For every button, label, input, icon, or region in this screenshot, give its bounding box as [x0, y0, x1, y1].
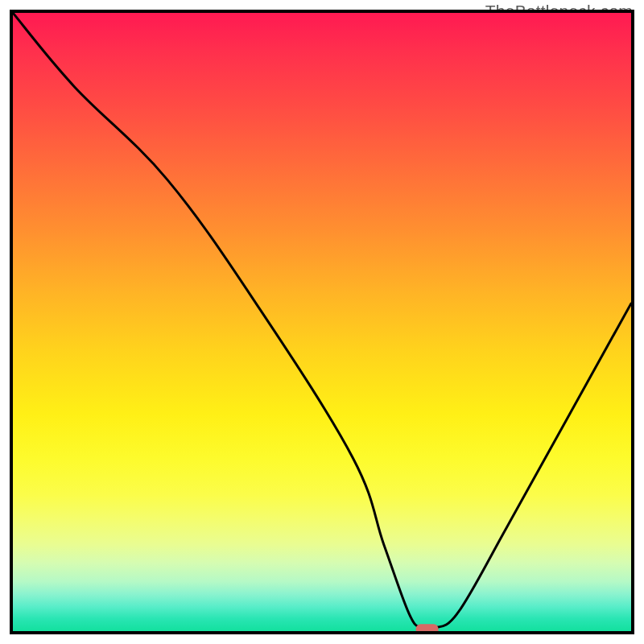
heat-gradient	[13, 13, 631, 631]
bottleneck-chart: TheBottleneck.com	[0, 0, 644, 644]
plot-area	[10, 10, 634, 634]
